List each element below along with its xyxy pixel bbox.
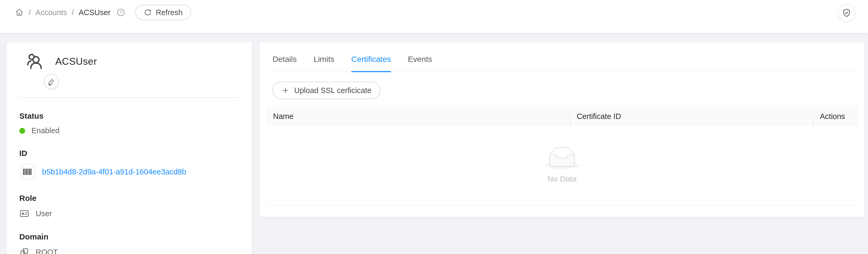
tab-limits[interactable]: Limits xyxy=(314,55,334,72)
detail-card: Details Limits Certificates Events Uploa… xyxy=(260,42,864,217)
certificates-table-header: Name Certificate ID Actions xyxy=(266,107,858,126)
top-bar: / Accounts / ACSUser ? Refresh xyxy=(0,0,868,33)
account-title: ACSUser xyxy=(55,56,97,67)
shield-check-icon xyxy=(842,8,851,18)
breadcrumb: / Accounts / ACSUser ? Refresh xyxy=(15,4,191,21)
pencil-icon xyxy=(47,78,55,86)
home-icon[interactable] xyxy=(15,8,24,17)
breadcrumb-separator: / xyxy=(29,8,31,17)
idcard-icon xyxy=(19,209,29,219)
profile-header: ACSUser xyxy=(19,53,239,70)
column-header-certificate-id: Certificate ID xyxy=(570,112,813,121)
refresh-button-label: Refresh xyxy=(156,8,183,17)
empty-state: No Data xyxy=(266,126,858,205)
edit-button[interactable] xyxy=(43,74,59,89)
plus-icon xyxy=(281,87,289,94)
field-domain: Domain ROOT xyxy=(19,232,239,254)
security-profile-button[interactable] xyxy=(838,4,855,22)
field-role-value: User xyxy=(36,209,52,218)
breadcrumb-current-page: ACSUser xyxy=(79,8,111,17)
upload-ssl-certificate-label: Upload SSL cerficicate xyxy=(294,86,371,95)
upload-ssl-certificate-button[interactable]: Upload SSL cerficicate xyxy=(273,82,380,99)
status-dot-icon xyxy=(19,128,25,134)
refresh-button[interactable]: Refresh xyxy=(135,5,191,20)
barcode-icon xyxy=(19,164,36,180)
profile-divider xyxy=(19,97,239,98)
field-role: Role User xyxy=(19,194,239,219)
reload-icon xyxy=(144,8,152,17)
field-id: ID b5b1b4d8-2d9a-4f01-a91d-1604ee3acd8b xyxy=(19,149,239,180)
detail-tabs: Details Limits Certificates Events xyxy=(266,42,858,72)
team-icon xyxy=(26,53,43,70)
field-status-value: Enabled xyxy=(31,126,59,135)
breadcrumb-separator: / xyxy=(72,8,74,17)
empty-box-icon xyxy=(545,147,579,169)
breadcrumb-accounts-link[interactable]: Accounts xyxy=(35,8,67,17)
column-header-actions: Actions xyxy=(813,112,858,121)
tab-details[interactable]: Details xyxy=(273,55,297,72)
svg-text:?: ? xyxy=(120,10,122,14)
page-content: ACSUser Status Enabled ID b5b1b4d8-2d9a-… xyxy=(0,33,868,254)
profile-card: ACSUser Status Enabled ID b5b1b4d8-2d9a-… xyxy=(7,42,252,254)
field-status-label: Status xyxy=(19,112,239,121)
field-domain-label: Domain xyxy=(19,232,239,241)
field-domain-value: ROOT xyxy=(36,248,58,254)
tab-events[interactable]: Events xyxy=(408,55,432,72)
block-icon xyxy=(19,247,29,254)
account-id-link[interactable]: b5b1b4d8-2d9a-4f01-a91d-1604ee3acd8b xyxy=(42,167,186,176)
empty-state-text: No Data xyxy=(548,174,577,184)
field-status: Status Enabled xyxy=(19,112,239,135)
column-header-name: Name xyxy=(266,112,570,121)
tab-certificates[interactable]: Certificates xyxy=(351,55,391,72)
field-id-label: ID xyxy=(19,149,239,158)
question-circle-icon[interactable]: ? xyxy=(116,8,125,17)
certificates-table: Name Certificate ID Actions No Data xyxy=(266,107,858,205)
field-role-label: Role xyxy=(19,194,239,203)
